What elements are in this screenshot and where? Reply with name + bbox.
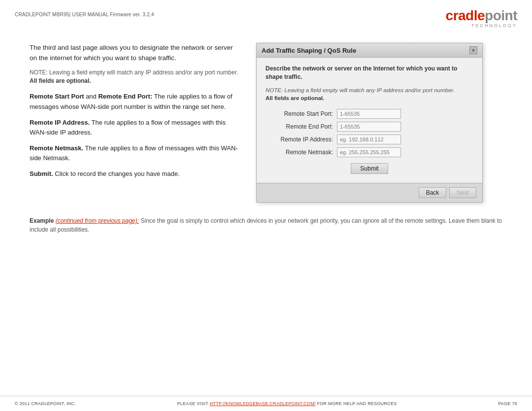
dialog-desc-text: Describe the network or server on the In… (266, 65, 457, 80)
label-end-port: Remote End Port: (266, 123, 337, 130)
submit-button[interactable]: Submit (351, 163, 388, 174)
form-row-netmask: Remote Netmask: (266, 147, 473, 157)
logo-cradle-text: cradle (446, 8, 485, 23)
para3-bold: Remote Netmask. (30, 144, 83, 152)
intro-text: The third and last page allows you to de… (30, 43, 241, 64)
page-header: CRADLEPOINT MBR95| USER MANUAL Firmware … (0, 0, 532, 28)
dialog-note: NOTE: Leaving a field empty will match a… (266, 86, 473, 102)
form-row-ip: Remote IP Address: (266, 135, 473, 144)
example-section: Example (continued from previous page): … (0, 212, 532, 238)
dialog-description: Describe the network or server on the In… (266, 65, 473, 81)
input-start-port[interactable] (337, 109, 401, 119)
para4-bold: Submit. (30, 170, 53, 177)
example-link[interactable]: (continued from previous page): (56, 217, 139, 224)
footer-center-post: FOR MORE HELP AND RESOURCES (317, 401, 397, 406)
main-content: The third and last page allows you to de… (0, 28, 532, 212)
label-start-port: Remote Start Port: (266, 110, 337, 117)
para-remote-netmask: Remote Netmask. The rule applies to a fl… (30, 143, 241, 163)
para-remote-ip: Remote IP Address. The rule applies to a… (30, 118, 241, 137)
label-netmask: Remote Netmask: (266, 149, 337, 156)
note-text: NOTE: Leaving a field empty will match a… (30, 68, 241, 85)
note-bold: All fields are optional. (30, 77, 91, 84)
logo-point-text: point (485, 8, 517, 23)
footer-center: PLEASE VISIT HTTP://KNOWLEDGEBASE.CRADLE… (177, 401, 397, 406)
note-prefix: NOTE: Leaving a field empty will match a… (30, 69, 238, 76)
page-footer: © 2011 CRADLEPOINT, INC. PLEASE VISIT HT… (0, 396, 532, 411)
input-end-port[interactable] (337, 122, 401, 132)
form-row-end-port: Remote End Port: (266, 122, 473, 132)
dialog-body: Describe the network or server on the In… (257, 58, 482, 183)
document-subtitle: CRADLEPOINT MBR95| USER MANUAL Firmware … (15, 12, 154, 17)
para1-bold1: Remote Start Port (30, 93, 84, 100)
dialog-note-text: NOTE: Leaving a field empty will match a… (266, 87, 455, 93)
logo-area: cradlepoint TECHNOLOGY (446, 9, 517, 28)
next-button[interactable]: Next (449, 187, 476, 198)
logo-technology: TECHNOLOGY (446, 23, 517, 28)
footer-page: PAGE 76 (498, 401, 517, 406)
para-submit: Submit. Click to record the changes you … (30, 169, 241, 179)
dialog-box: Add Traffic Shaping / QoS Rule × Describ… (256, 43, 483, 203)
dialog-title: Add Traffic Shaping / QoS Rule (262, 47, 356, 54)
back-button[interactable]: Back (419, 187, 447, 198)
label-ip: Remote IP Address: (266, 136, 337, 143)
footer-center-pre: PLEASE VISIT (177, 401, 210, 406)
para2-bold: Remote IP Address. (30, 119, 90, 126)
form-actions: Submit (266, 163, 473, 174)
header-left: CRADLEPOINT MBR95| USER MANUAL Firmware … (15, 9, 154, 17)
dialog-note-bold: All fields are optional. (266, 95, 325, 101)
form-row-start-port: Remote Start Port: (266, 109, 473, 119)
para1-bold2: Remote End Port: (98, 93, 152, 100)
input-netmask[interactable] (337, 147, 401, 157)
left-column: The third and last page allows you to de… (30, 43, 241, 203)
dialog-titlebar: Add Traffic Shaping / QoS Rule × (257, 43, 482, 58)
close-icon[interactable]: × (469, 46, 477, 54)
example-bold: Example (30, 217, 54, 224)
logo: cradlepoint (446, 9, 517, 23)
para-remote-ports: Remote Start Port and Remote End Port: T… (30, 92, 241, 111)
footer-link[interactable]: HTTP://KNOWLEDGEBASE.CRADLEPOINT.COM/ (210, 401, 316, 406)
dialog-footer: Back Next (257, 183, 482, 202)
footer-copyright: © 2011 CRADLEPOINT, INC. (15, 401, 76, 406)
input-ip[interactable] (337, 135, 401, 144)
